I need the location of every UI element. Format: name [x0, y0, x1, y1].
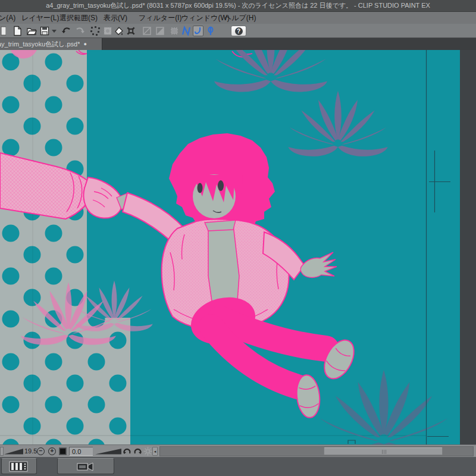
horizontal-scrollbar[interactable] [159, 446, 474, 456]
help-icon: ? [235, 27, 243, 35]
undo-icon[interactable] [61, 26, 72, 36]
menu-view[interactable]: 表示(V) [104, 12, 127, 24]
zoom-in-button[interactable]: + [48, 447, 56, 455]
navigator-box-button[interactable] [59, 447, 67, 455]
main-toolbar: ? [0, 24, 476, 38]
menu-bar: ン(A) レイヤー(L) 選択範囲(S) 表示(V) フィルター(I) ウィンド… [0, 12, 476, 24]
new-file-icon[interactable] [12, 26, 23, 36]
horizontal-scrollbar-thumb[interactable] [324, 447, 443, 455]
app-window: a4_gray_trim_tasyoku色試し.psd* (8031 x 578… [0, 0, 476, 476]
redo-icon [74, 26, 85, 36]
rotate-right-button[interactable] [133, 447, 142, 456]
menu-filter[interactable]: フィルター(I) [139, 12, 181, 24]
deselect-icon[interactable] [90, 26, 101, 36]
rotation-slider[interactable] [95, 448, 121, 455]
document-tab[interactable]: ay_trim_tasyoku色試し.psd* ● [0, 38, 102, 50]
status-edge-button[interactable] [0, 447, 4, 456]
rotate-left-button[interactable] [123, 447, 131, 456]
help-button[interactable]: ? [231, 26, 246, 36]
transform-icon[interactable] [126, 26, 136, 36]
fill-selection-icon[interactable] [114, 26, 124, 36]
pasteboard [460, 50, 476, 444]
window-title: a4_gray_trim_tasyoku色試し.psd* (8031 x 578… [46, 1, 430, 10]
rotation-value-field[interactable]: 0.0 [69, 447, 93, 456]
zoom-value: 19.5 [24, 447, 37, 455]
timeline-palette-button[interactable] [1, 458, 37, 474]
status-bar: 19.5 − + 0.0 ◂ [0, 444, 476, 457]
canvas-artwork [0, 50, 476, 444]
layer-op-2-icon [155, 26, 165, 36]
snap-guide-icon[interactable] [205, 26, 216, 36]
menu-help[interactable]: ヘルプ(H) [224, 12, 256, 24]
scrollbar-grip-icon [382, 450, 387, 454]
timeline-icon [9, 461, 29, 472]
reset-view-icon [143, 447, 152, 456]
layer-op-3-icon [169, 26, 180, 36]
camera-icon [76, 461, 95, 472]
cut-icon[interactable] [0, 26, 6, 36]
modified-indicator: ● [83, 41, 86, 47]
zoom-slider[interactable] [4, 448, 23, 455]
document-tab-bar: ay_trim_tasyoku色試し.psd* ● [0, 38, 476, 50]
open-file-icon[interactable] [26, 26, 37, 36]
save-file-icon[interactable] [39, 26, 50, 36]
timeline-bar [0, 457, 476, 476]
zoom-out-button[interactable]: − [37, 447, 45, 455]
canvas-viewport[interactable] [0, 50, 476, 444]
camera-record-button[interactable] [57, 458, 114, 474]
snap-special-ruler-icon[interactable] [193, 26, 203, 36]
menu-layer[interactable]: レイヤー(L) [21, 12, 60, 24]
move-selection-icon [102, 26, 113, 36]
menu-animation[interactable]: ン(A) [0, 12, 15, 24]
menu-selection[interactable]: 選択範囲(S) [60, 12, 98, 24]
document-tab-label: ay_trim_tasyoku色試し.psd* [0, 40, 80, 49]
window-titlebar: a4_gray_trim_tasyoku色試し.psd* (8031 x 578… [0, 0, 476, 12]
save-dropdown-icon[interactable] [51, 26, 57, 36]
layer-op-1-icon [142, 26, 152, 36]
scroll-left-button[interactable]: ◂ [152, 447, 158, 456]
menu-window[interactable]: ウィンドウ(W) [181, 12, 230, 24]
snap-ruler-icon[interactable] [181, 26, 192, 36]
